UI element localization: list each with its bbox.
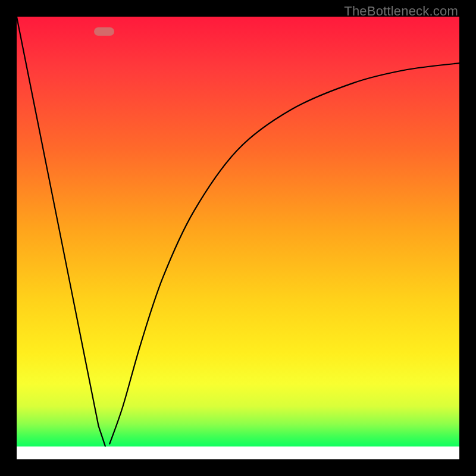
plot-area [17,17,459,459]
chart-frame: TheBottleneck.com [0,0,476,476]
minimum-marker [94,27,114,36]
bottleneck-curve [17,17,459,459]
